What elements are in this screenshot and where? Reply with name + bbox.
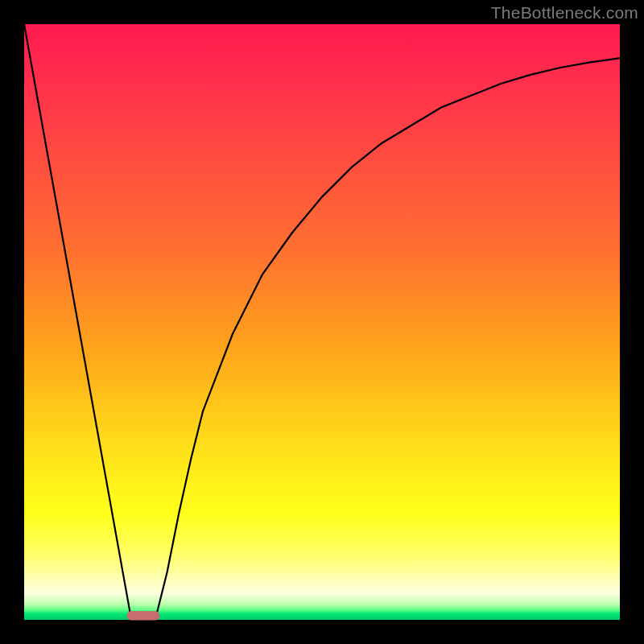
plot-area [24, 24, 620, 620]
watermark-text: TheBottleneck.com [491, 3, 638, 23]
frame-left [0, 0, 24, 644]
curve-right-ascent [155, 58, 620, 620]
frame-bottom [0, 620, 644, 644]
bottleneck-marker [127, 612, 159, 620]
chart-svg [24, 24, 620, 620]
curve-left-descent [24, 24, 131, 620]
frame-right [620, 0, 644, 644]
